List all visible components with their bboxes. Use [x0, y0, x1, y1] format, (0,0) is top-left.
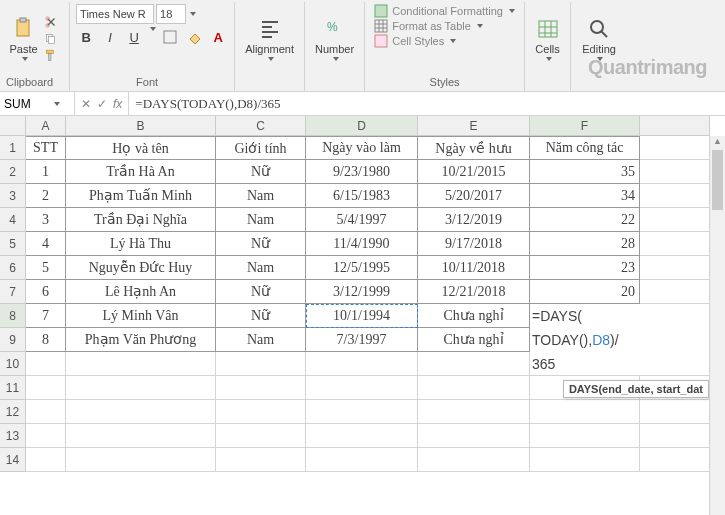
cell[interactable]: 1	[26, 160, 66, 184]
formula-input[interactable]: =DAYS(TODAY(),D8)/365	[129, 96, 725, 112]
col-header-blank[interactable]	[640, 116, 710, 136]
copy-icon[interactable]	[42, 31, 60, 47]
cell[interactable]: Nguyễn Đức Huy	[66, 256, 216, 280]
table-header[interactable]: Năm công tác	[530, 136, 640, 160]
cell[interactable]: Nam	[216, 256, 306, 280]
cell[interactable]: 8	[26, 328, 66, 352]
table-header[interactable]: Giới tính	[216, 136, 306, 160]
col-header-F[interactable]: F	[530, 116, 640, 136]
font-name-select[interactable]: Times New R	[76, 4, 154, 24]
row-header[interactable]: 5	[0, 232, 26, 256]
cell[interactable]: Trần Đại Nghĩa	[66, 208, 216, 232]
italic-button[interactable]: I	[100, 27, 120, 47]
row-header[interactable]: 8	[0, 304, 26, 328]
cell[interactable]: 23	[530, 256, 640, 280]
bold-button[interactable]: B	[76, 27, 96, 47]
cell[interactable]: Lý Minh Vân	[66, 304, 216, 328]
cell[interactable]: 7	[26, 304, 66, 328]
cell[interactable]: 7/3/1997	[306, 328, 418, 352]
col-header-A[interactable]: A	[26, 116, 66, 136]
conditional-formatting-button[interactable]: Conditional Formatting	[374, 4, 515, 18]
cell[interactable]: 4	[26, 232, 66, 256]
name-box-input[interactable]	[4, 97, 52, 111]
cell-D8[interactable]: 10/1/1994	[306, 304, 418, 328]
row-header[interactable]: 9	[0, 328, 26, 352]
cell[interactable]: Chưa nghỉ	[418, 304, 530, 328]
cell[interactable]: 10/11/2018	[418, 256, 530, 280]
row-header[interactable]: 14	[0, 448, 26, 472]
row-header[interactable]: 1	[0, 136, 26, 160]
col-header-D[interactable]: D	[306, 116, 418, 136]
cell[interactable]: 9/23/1980	[306, 160, 418, 184]
cell[interactable]: 20	[530, 280, 640, 304]
number-button[interactable]: % Number	[315, 17, 354, 61]
border-button[interactable]	[160, 27, 180, 47]
cell[interactable]: Nữ	[216, 280, 306, 304]
row-header[interactable]: 7	[0, 280, 26, 304]
row-header[interactable]: 2	[0, 160, 26, 184]
table-header[interactable]: Ngày vào làm	[306, 136, 418, 160]
row-header[interactable]: 10	[0, 352, 26, 376]
cell-styles-button[interactable]: Cell Styles	[374, 34, 456, 48]
table-header[interactable]: STT	[26, 136, 66, 160]
paste-button[interactable]: Paste	[9, 17, 37, 61]
cell[interactable]: 6	[26, 280, 66, 304]
name-box[interactable]	[0, 92, 75, 115]
cell[interactable]: 6/15/1983	[306, 184, 418, 208]
cell[interactable]: 35	[530, 160, 640, 184]
cell[interactable]: 10/21/2015	[418, 160, 530, 184]
cell[interactable]: Phạm Tuấn Minh	[66, 184, 216, 208]
cell[interactable]: 12/21/2018	[418, 280, 530, 304]
cell[interactable]: 3/12/1999	[306, 280, 418, 304]
cell[interactable]: Nam	[216, 184, 306, 208]
cell[interactable]: 3/12/2019	[418, 208, 530, 232]
cell[interactable]: 34	[530, 184, 640, 208]
col-header-E[interactable]: E	[418, 116, 530, 136]
format-as-table-button[interactable]: Format as Table	[374, 19, 483, 33]
row-header[interactable]: 11	[0, 376, 26, 400]
worksheet-grid[interactable]: A B C D E F 1 STT Họ và tên Giới tính Ng…	[0, 116, 725, 515]
cell[interactable]: 5/20/2017	[418, 184, 530, 208]
cell[interactable]: 11/4/1990	[306, 232, 418, 256]
cut-icon[interactable]	[42, 14, 60, 30]
col-header-C[interactable]: C	[216, 116, 306, 136]
cell[interactable]: 5	[26, 256, 66, 280]
editing-button[interactable]: Editing	[582, 17, 616, 61]
cell[interactable]: Nữ	[216, 232, 306, 256]
cell[interactable]: Chưa nghỉ	[418, 328, 530, 352]
cell[interactable]: 28	[530, 232, 640, 256]
cell[interactable]: Trần Hà An	[66, 160, 216, 184]
font-size-select[interactable]: 18	[156, 4, 186, 24]
cell[interactable]: Phạm Văn Phương	[66, 328, 216, 352]
select-all-corner[interactable]	[0, 116, 26, 136]
cell[interactable]: Nam	[216, 328, 306, 352]
vertical-scrollbar[interactable]: ▲	[709, 136, 725, 515]
font-color-button[interactable]: A	[208, 27, 228, 47]
cell[interactable]: 2	[26, 184, 66, 208]
cell[interactable]: Lê Hạnh An	[66, 280, 216, 304]
cancel-icon[interactable]: ✕	[81, 97, 91, 111]
cell[interactable]: 22	[530, 208, 640, 232]
alignment-button[interactable]: Alignment	[245, 17, 294, 61]
enter-icon[interactable]: ✓	[97, 97, 107, 111]
cell[interactable]: 9/17/2018	[418, 232, 530, 256]
format-painter-icon[interactable]	[42, 48, 60, 64]
col-header-B[interactable]: B	[66, 116, 216, 136]
row-header[interactable]: 3	[0, 184, 26, 208]
row-header[interactable]: 6	[0, 256, 26, 280]
cell[interactable]: Nữ	[216, 160, 306, 184]
row-header[interactable]: 12	[0, 400, 26, 424]
cell[interactable]: Lý Hà Thu	[66, 232, 216, 256]
row-header[interactable]: 4	[0, 208, 26, 232]
fill-color-button[interactable]	[184, 27, 204, 47]
fx-icon[interactable]: fx	[113, 97, 122, 111]
cells-button[interactable]: Cells	[535, 17, 559, 61]
underline-button[interactable]: U	[124, 27, 144, 47]
cell[interactable]: 5/4/1997	[306, 208, 418, 232]
cell[interactable]: 12/5/1995	[306, 256, 418, 280]
table-header[interactable]: Ngày về hưu	[418, 136, 530, 160]
table-header[interactable]: Họ và tên	[66, 136, 216, 160]
cell[interactable]: 3	[26, 208, 66, 232]
row-header[interactable]: 13	[0, 424, 26, 448]
scrollbar-thumb[interactable]	[712, 150, 723, 210]
